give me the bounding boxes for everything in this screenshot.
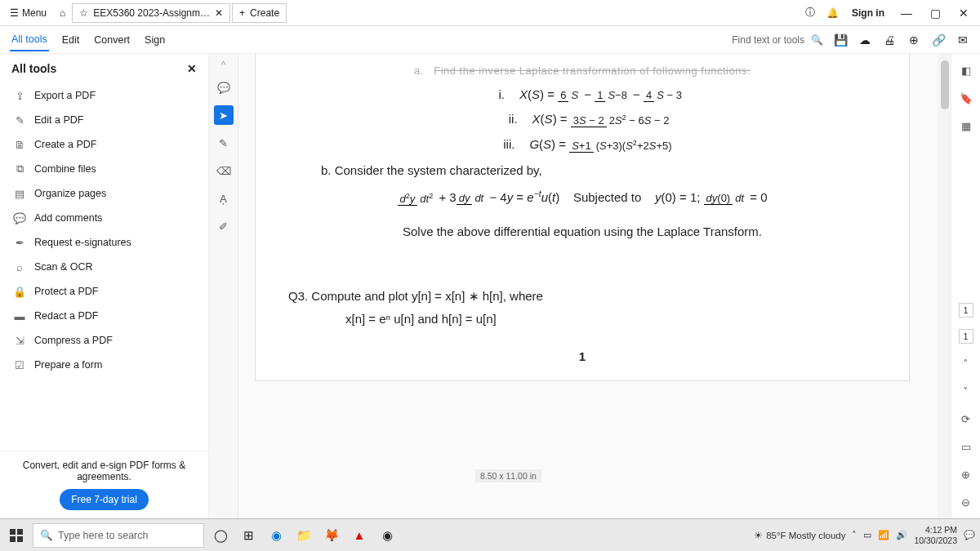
- close-sidebar-icon[interactable]: ✕: [187, 62, 197, 75]
- weather-widget[interactable]: ☀ 85°F Mostly cloudy: [754, 530, 845, 541]
- zoom-icon[interactable]: ⊕: [906, 33, 921, 47]
- pdf-page: a. Find the inverse Laplace transformati…: [255, 54, 910, 381]
- compress-icon: ⇲: [13, 334, 26, 347]
- notifications-icon[interactable]: 💬: [964, 530, 975, 540]
- edge-icon[interactable]: ◉: [265, 524, 287, 547]
- text-icon[interactable]: Ạ: [214, 189, 234, 208]
- minimize-button[interactable]: —: [893, 3, 920, 23]
- sidebar-item-protect[interactable]: 🔒Protect a PDF: [8, 279, 200, 304]
- comment-icon: 💬: [13, 211, 26, 224]
- sidebar-title: All tools: [11, 62, 56, 75]
- pointer-icon[interactable]: ➤: [214, 105, 234, 125]
- up-icon[interactable]: ˄: [958, 355, 974, 371]
- fit-icon[interactable]: ▭: [958, 438, 974, 455]
- refresh-icon[interactable]: ⟳: [958, 411, 974, 427]
- sidebar-item-scan[interactable]: ⌕Scan & OCR: [8, 255, 200, 279]
- taskview-icon[interactable]: ⊞: [237, 524, 260, 547]
- print-icon[interactable]: 🖨: [882, 33, 897, 47]
- organize-icon: ▤: [13, 187, 26, 200]
- home-button[interactable]: ⌂: [55, 4, 70, 22]
- partial-heading: a. Find the inverse Laplace transformati…: [288, 61, 876, 82]
- explorer-icon[interactable]: 📁: [292, 524, 315, 547]
- close-window-button[interactable]: ✕: [951, 3, 977, 23]
- sidebar-item-edit[interactable]: ✎Edit a PDF: [8, 108, 200, 132]
- cortana-icon[interactable]: ◯: [209, 524, 232, 547]
- document-tab[interactable]: ☆ EEX5360 2023-Assignm… ✕: [72, 3, 230, 23]
- lock-icon: 🔒: [13, 285, 26, 298]
- sidebar-item-create[interactable]: 🗎Create a PDF: [8, 132, 200, 157]
- sign-in-button[interactable]: Sign in: [845, 4, 891, 22]
- volume-icon[interactable]: 🔊: [896, 530, 907, 540]
- wifi-icon[interactable]: 📶: [878, 530, 889, 540]
- vertical-toolbar: ^ 💬 ➤ ✎ ⌫ Ạ ✐: [209, 54, 238, 518]
- create-tab[interactable]: + Create: [232, 3, 287, 23]
- tab-sign[interactable]: Sign: [143, 29, 167, 51]
- sidebar-item-redact[interactable]: ▬Redact a PDF: [8, 304, 200, 328]
- sidebar-item-export[interactable]: ⇪Export a PDF: [8, 83, 200, 108]
- bell-icon[interactable]: 🔔: [822, 4, 844, 22]
- erase-icon[interactable]: ⌫: [214, 161, 234, 180]
- sidebar-item-combine[interactable]: ⧉Combine files: [8, 157, 200, 181]
- page-badge-2[interactable]: 1: [959, 329, 973, 344]
- sidebar-item-organize[interactable]: ▤Organize pages: [8, 181, 200, 206]
- find-input[interactable]: Find text or tools 🔍: [732, 34, 823, 46]
- link-icon[interactable]: 🔗: [931, 33, 946, 47]
- email-icon[interactable]: ✉: [956, 33, 970, 47]
- firefox-icon[interactable]: 🦊: [320, 524, 343, 547]
- solve-line: Solve the above differential equation us…: [288, 220, 876, 244]
- tab-convert[interactable]: Convert: [92, 29, 131, 51]
- maximize-button[interactable]: ▢: [922, 3, 949, 23]
- right-rail: ◧ 🔖 ▦ 1 1 ˄ ˅ ⟳ ▭ ⊕ ⊖: [951, 54, 980, 518]
- battery-icon[interactable]: ▭: [863, 530, 871, 540]
- acrobat-icon[interactable]: ▲: [348, 524, 371, 547]
- export-icon: ⇪: [13, 89, 26, 102]
- draw-icon[interactable]: ✐: [214, 216, 234, 236]
- close-tab-icon[interactable]: ✕: [215, 7, 223, 19]
- scrollbar[interactable]: [938, 54, 951, 518]
- page-badge[interactable]: 1: [959, 303, 973, 318]
- panel-icon[interactable]: ◧: [958, 62, 974, 78]
- document-viewport[interactable]: a. Find the inverse Laplace transformati…: [238, 54, 951, 518]
- q3-body: x[n] = eⁿ u[n] and h[n] = u[n]: [345, 308, 876, 331]
- start-button[interactable]: [5, 524, 28, 547]
- page-dimensions: 8.50 x 11.00 in: [475, 469, 541, 482]
- tab-title: EEX5360 2023-Assignm…: [93, 7, 210, 19]
- tab-edit[interactable]: Edit: [60, 29, 82, 51]
- tray-chevron-icon[interactable]: ˄: [852, 530, 857, 540]
- free-trial-button[interactable]: Free 7-day trial: [60, 489, 149, 510]
- cloud-icon[interactable]: ☁: [858, 33, 872, 47]
- chrome-icon[interactable]: ◉: [376, 524, 399, 547]
- svg-rect-2: [10, 536, 16, 542]
- sidebar-item-signatures[interactable]: ✒Request e-signatures: [8, 230, 200, 255]
- windows-taskbar: 🔍 Type here to search ◯ ⊞ ◉ 📁 🦊 ▲ ◉ ☀ 85…: [0, 518, 980, 551]
- menu-button[interactable]: ☰ Menu: [3, 4, 53, 22]
- search-icon: 🔍: [40, 529, 53, 541]
- sidebar-item-compress[interactable]: ⇲Compress a PDF: [8, 328, 200, 353]
- svg-rect-0: [10, 529, 16, 535]
- zoom-in-icon[interactable]: ⊕: [958, 466, 974, 482]
- menu-label: Menu: [22, 7, 47, 19]
- sidebar-item-comments[interactable]: 💬Add comments: [8, 206, 200, 230]
- scan-icon: ⌕: [13, 260, 26, 273]
- chat-icon[interactable]: 💬: [214, 78, 234, 97]
- page-number: 1: [579, 345, 586, 369]
- down-icon[interactable]: ˅: [958, 383, 974, 399]
- redact-icon: ▬: [13, 309, 26, 322]
- svg-rect-3: [17, 536, 23, 542]
- save-icon[interactable]: 💾: [833, 33, 848, 47]
- sidebar-item-form[interactable]: ☑Prepare a form: [8, 353, 200, 377]
- star-icon: ☆: [79, 7, 88, 19]
- clock[interactable]: 4:12 PM 10/30/2023: [914, 525, 957, 545]
- highlight-icon[interactable]: ✎: [214, 133, 234, 153]
- zoom-out-icon[interactable]: ⊖: [958, 494, 974, 510]
- part-b: b. Consider the system characterized by,: [321, 159, 876, 183]
- taskbar-search[interactable]: 🔍 Type here to search: [33, 523, 204, 548]
- grid-icon[interactable]: ▦: [958, 118, 974, 134]
- tab-all-tools[interactable]: All tools: [10, 29, 49, 51]
- bookmark-icon[interactable]: 🔖: [958, 90, 974, 106]
- edit-icon: ✎: [13, 113, 26, 127]
- collapse-icon[interactable]: ^: [221, 60, 225, 69]
- sign-icon: ✒: [13, 236, 26, 249]
- form-icon: ☑: [13, 358, 26, 371]
- help-icon[interactable]: ⓘ: [800, 2, 820, 23]
